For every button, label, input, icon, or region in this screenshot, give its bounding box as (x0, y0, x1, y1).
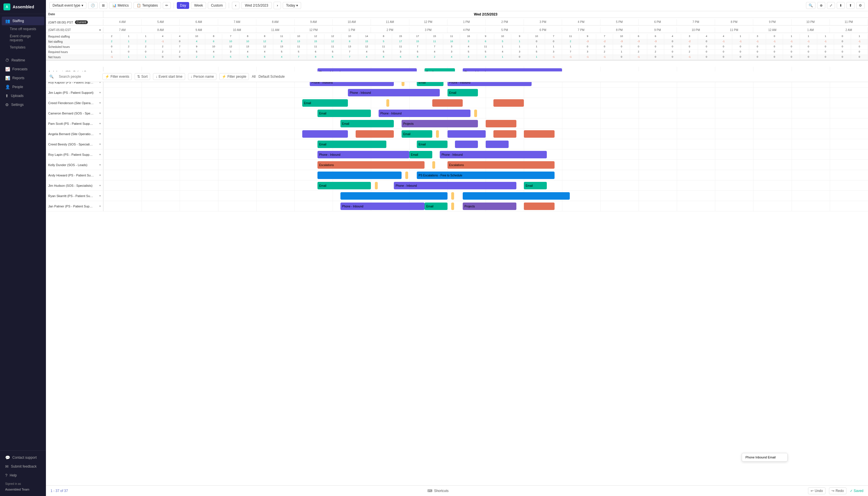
event-block[interactable]: Phone - Inbound (394, 182, 516, 189)
event-block[interactable]: Email (425, 203, 447, 210)
expand-icon[interactable]: ▾ (99, 163, 101, 166)
event-block[interactable]: Email (417, 141, 447, 148)
expand-icon[interactable]: ▾ (99, 101, 101, 105)
person-name-cell[interactable]: Creed Beesly (SOS - Specialists)▾ (46, 139, 103, 149)
day-btn[interactable]: Day (177, 2, 189, 9)
sidebar-sub-time-off[interactable]: Time off requests (2, 26, 44, 32)
sidebar-item-settings[interactable]: ⚙ Settings (2, 100, 44, 109)
event-block[interactable] (405, 172, 408, 179)
sidebar-sub-templates[interactable]: Templates (2, 44, 44, 51)
event-block[interactable]: Email (447, 89, 478, 96)
chevron-down-est[interactable]: ▾ (99, 28, 101, 32)
event-block[interactable]: Projects (463, 203, 516, 210)
pencil-btn[interactable]: ✏ (163, 2, 171, 9)
expand-icon[interactable]: ▾ (99, 194, 101, 197)
sidebar-help[interactable]: ? Help (2, 471, 44, 480)
templates-btn[interactable]: 📋 Templates (134, 2, 161, 9)
sidebar-item-reports[interactable]: 📊 Reports (2, 74, 44, 82)
event-block[interactable] (432, 99, 463, 107)
event-block[interactable]: Phone - Inbound (348, 89, 440, 96)
grid-container[interactable]: All Date Wed 2/15/2023 (GMT-08:00) PST C… (46, 11, 868, 485)
expand-icon[interactable]: ▾ (99, 112, 101, 115)
event-block[interactable] (493, 99, 524, 107)
gear-btn[interactable]: ⚙ (856, 2, 865, 9)
sidebar-user-info[interactable]: Signed in as Assembled Team (2, 480, 44, 493)
event-block[interactable] (451, 192, 454, 200)
event-block[interactable]: Email (524, 182, 547, 189)
search-people-input[interactable] (57, 74, 100, 80)
person-name-cell[interactable]: Cameron Bernard (SOS - Specialists)▾ (46, 108, 103, 118)
share-btn[interactable]: ⬆ (847, 2, 854, 9)
week-btn[interactable]: Week (191, 2, 206, 9)
person-name-cell[interactable]: Creed Flenderson (Site Operations...▾ (46, 98, 103, 108)
clock-btn[interactable]: 🕐 (88, 2, 97, 9)
event-block[interactable]: PS Escalations - Free to Schedule (417, 172, 554, 179)
event-block[interactable] (463, 192, 570, 200)
person-name-cell[interactable]: Andy Howard (PS - Patient Support)▾ (46, 170, 103, 180)
event-block[interactable] (486, 120, 516, 127)
expand-icon[interactable]: ▾ (99, 91, 101, 94)
event-block[interactable]: Phone - Inbound (340, 203, 425, 210)
event-block[interactable]: Email (302, 99, 348, 107)
person-name-cell[interactable]: Jim Hudson (SOS - Specialists)▾ (46, 181, 103, 190)
expand-icon[interactable]: ▾ (99, 143, 101, 146)
custom-btn[interactable]: Custom (208, 2, 226, 9)
zoom-in-btn[interactable]: ⊕ (817, 2, 825, 9)
sidebar-submit-feedback[interactable]: ✉ Submit feedback (2, 462, 44, 471)
filter-events-btn[interactable]: ⚡ Filter events (103, 73, 132, 80)
fullscreen-btn[interactable]: ⤢ (827, 2, 835, 9)
expand-icon[interactable]: ▾ (99, 122, 101, 125)
next-day-btn[interactable]: › (274, 2, 281, 9)
event-block[interactable]: Phone - Inbound (379, 110, 470, 117)
event-block[interactable] (356, 130, 394, 138)
event-block[interactable] (493, 130, 516, 138)
event-block[interactable] (318, 172, 401, 179)
expand-icon[interactable]: ▾ (99, 173, 101, 177)
grid-btn[interactable]: ⊞ (99, 2, 107, 9)
sort-btn[interactable]: ⇅ Sort (135, 73, 150, 80)
event-start-btn[interactable]: ↓ Event start time (153, 73, 185, 80)
event-type-btn[interactable]: Default event type ▾ (49, 2, 87, 9)
search-btn[interactable]: 🔍 (806, 2, 816, 9)
sidebar-sub-event-change[interactable]: Event change requests (2, 33, 44, 44)
sidebar-item-staffing[interactable]: 👥 Staffing (2, 17, 44, 25)
sidebar-item-people[interactable]: 👤 People (2, 83, 44, 91)
event-block[interactable]: Email (318, 141, 386, 148)
filter-people-btn[interactable]: ⚡ Filter people (219, 73, 249, 80)
prev-day-btn[interactable]: ‹ (232, 2, 239, 9)
undo-btn[interactable]: ↩ Undo (808, 487, 825, 494)
expand-icon[interactable]: ▾ (99, 204, 101, 208)
sidebar-item-realtime[interactable]: ⏱ Realtime (2, 56, 44, 64)
today-btn[interactable]: Today ▾ (283, 2, 301, 9)
person-name-cell[interactable]: Ryan Skarritt (PS - Patient Support)▾ (46, 191, 103, 201)
event-block[interactable]: Email (401, 130, 432, 138)
person-name-cell[interactable]: Kelly Dunder (SOS - Leads)▾ (46, 160, 103, 170)
event-block[interactable] (486, 141, 508, 148)
event-block[interactable] (524, 130, 554, 138)
event-block[interactable]: Phone - Inbound (318, 151, 409, 158)
event-block[interactable] (447, 130, 486, 138)
person-name-btn[interactable]: ↓ Person name (188, 73, 216, 80)
event-block[interactable] (451, 203, 454, 210)
event-block[interactable] (524, 203, 554, 210)
event-block[interactable]: Escalations (318, 161, 425, 169)
event-block[interactable]: Email (340, 120, 394, 127)
expand-icon[interactable]: ▾ (99, 153, 101, 156)
sidebar-contact-support[interactable]: 💬 Contact support (2, 453, 44, 462)
event-block[interactable]: Email (318, 182, 371, 189)
event-block[interactable]: Email (409, 151, 432, 158)
person-name-cell[interactable]: Jim Lapin (PS - Patient Support)▾ (46, 88, 103, 97)
event-block[interactable] (474, 110, 477, 117)
event-block[interactable] (432, 161, 435, 169)
event-block[interactable]: Email (318, 110, 371, 117)
download-btn[interactable]: ⬇ (837, 2, 845, 9)
event-block[interactable] (386, 99, 389, 107)
redo-btn[interactable]: ↪ Redo (829, 487, 847, 494)
event-block[interactable] (302, 130, 348, 138)
event-block[interactable] (340, 192, 447, 200)
person-name-cell[interactable]: Jan Palmer (PS - Patient Support)▾ (46, 201, 103, 211)
event-block[interactable]: Phone - Inbound (440, 151, 547, 158)
event-block[interactable] (436, 130, 439, 138)
person-name-cell[interactable]: Angela Bernard (Site Operations S...▾ (46, 129, 103, 139)
expand-icon[interactable]: ▾ (99, 132, 101, 135)
